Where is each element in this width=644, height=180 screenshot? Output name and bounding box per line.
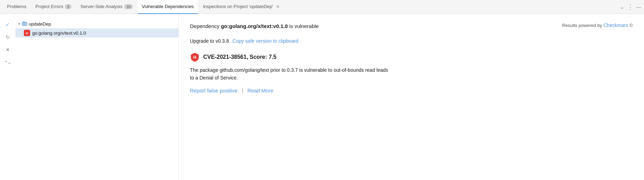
divider: | [242,88,243,94]
action-links: Report false positive | Read More [190,88,633,94]
copyright-icon: © [629,23,633,28]
svg-text:H: H [26,32,28,35]
tree-child-label: go:golang.org/x/text:v0.1.0 [32,30,86,36]
read-more-link[interactable]: Read More [247,88,273,94]
main-content: ✓ ↻ ✕ ⌃ ⌄ ▾ [0,14,644,180]
minimize-icon[interactable]: — [636,4,641,10]
left-toolbar: ✓ ↻ ✕ ⌃ ⌄ [0,18,15,69]
tab-bar: Problems Project Errors 3 Server-Side An… [0,0,644,14]
tab-inspections[interactable]: Inspections on Project 'updateDep' ✕ [199,0,284,14]
collapse-icon[interactable]: ✕ [3,45,13,55]
more-options-icon[interactable]: ⋮ [627,3,633,11]
tab-server-side[interactable]: Server-Side Analysis 10 [76,0,137,14]
upgrade-line: Upgrade to v0.3.8 Copy safe version to c… [190,38,633,44]
tree-root-label: updateDep [29,21,51,27]
tree-section: ✓ ↻ ✕ ⌃ ⌄ ▾ [0,17,178,70]
tab-vulnerable-deps-label: Vulnerable Dependencies [142,4,194,9]
dep-prefix: Dependency [190,23,221,29]
tree-root-node[interactable]: ▾ updateDep [15,20,178,28]
refresh-icon[interactable]: ↻ [3,32,13,42]
close-tab-icon[interactable]: ✕ [276,4,280,9]
right-panel: Dependency go:golang.org/x/text:v0.1.0 i… [179,14,644,180]
severity-badge-h: H [24,30,30,36]
cve-description: The package github.com/golang/text prior… [190,66,633,82]
svg-text:H: H [193,55,197,60]
cve-title: CVE-2021-38561, Score: 7.5 [203,54,276,60]
cve-header: H CVE-2021-38561, Score: 7.5 [190,52,633,62]
tab-bar-end: ⌄ ⋮ — [620,3,641,11]
dep-suffix: is vulnerable [288,23,318,29]
tab-inspections-label: Inspections on Project 'updateDep' [203,4,273,9]
results-powered: Results powered by Checkmarx © [562,22,633,28]
checkmarx-link[interactable]: Checkmarx [603,22,628,28]
detail-header-row: Dependency go:golang.org/x/text:v0.1.0 i… [190,22,633,34]
tab-problems-label: Problems [7,4,26,9]
svg-rect-1 [23,21,25,22]
tab-vulnerable-deps[interactable]: Vulnerable Dependencies [138,0,198,14]
tab-project-errors-badge: 3 [65,4,71,9]
tab-server-side-label: Server-Side Analysis [81,4,123,9]
cve-shield-icon: H [190,52,200,62]
tab-project-errors-label: Project Errors [35,4,63,9]
tab-problems[interactable]: Problems [3,0,30,14]
cve-section: H CVE-2021-38561, Score: 7.5 The package… [190,52,633,94]
expand-arrow-icon: ▾ [18,22,20,26]
tree-child-node[interactable]: H go:golang.org/x/text:v0.1.0 [15,28,178,37]
copy-safe-version-link[interactable]: Copy safe version to clipboard [232,38,298,44]
upgrade-text: Upgrade to v0.3.8 [190,38,229,44]
expand-collapse-icon[interactable]: ⌃ ⌄ [3,57,13,67]
chevron-down-icon[interactable]: ⌄ [620,4,624,10]
dep-header: Dependency go:golang.org/x/text:v0.1.0 i… [190,22,319,30]
report-false-positive-link[interactable]: Report false positive [190,88,238,94]
left-panel: ✓ ↻ ✕ ⌃ ⌄ ▾ [0,14,179,180]
check-icon[interactable]: ✓ [3,20,13,29]
results-prefix-text: Results powered by [562,23,603,28]
folder-icon [22,21,27,27]
tab-server-side-badge: 10 [124,4,132,9]
dep-name: go:golang.org/x/text:v0.1.0 [221,23,288,29]
tab-project-errors[interactable]: Project Errors 3 [31,0,76,14]
tree-content: ▾ updateDep H [15,18,178,69]
